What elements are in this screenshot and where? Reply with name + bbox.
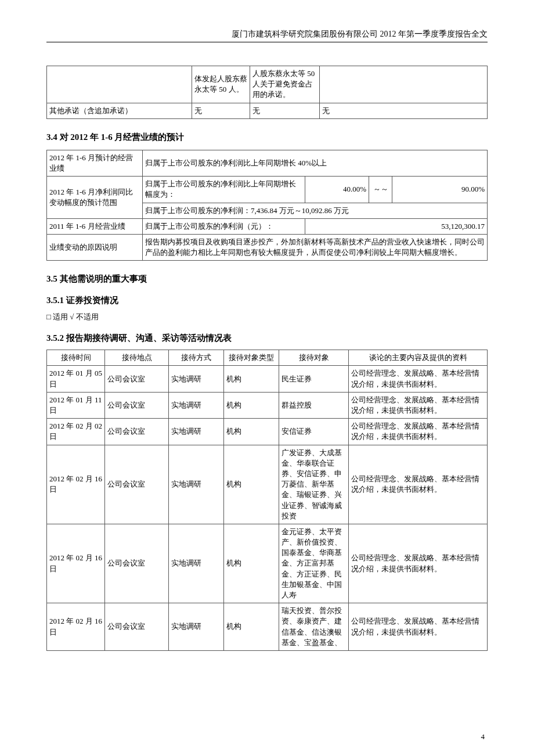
cell: 民生证券 <box>279 366 349 392</box>
page-number: 4 <box>481 732 485 741</box>
table-header-row: 接待时间 接待地点 接待方式 接待对象类型 接待对象 谈论的主要内容及提供的资料 <box>47 350 488 366</box>
cell: 实地调研 <box>169 445 224 524</box>
section-3-5-2-heading: 3.5.2 报告期接待调研、沟通、采访等活动情况表 <box>46 333 488 344</box>
cell: 公司经营理念、发展战略、基本经营情况介绍，未提供书面材料。 <box>349 603 488 651</box>
commitments-table: 体发起人股东蔡永太等 50 人。 人股东蔡永太等 50 人关于避免资金占用的承诺… <box>46 66 488 119</box>
cell: 广发证券、大成基金、华泰联合证券、安信证券、申万菱信、新华基金、瑞银证券、兴业证… <box>279 445 349 524</box>
col-header: 谈论的主要内容及提供的资料 <box>349 350 488 366</box>
cell: 机构 <box>224 392 279 418</box>
cell: 2012 年 1-6 月预计的经营业绩 <box>47 150 143 176</box>
cell: 无 <box>320 103 488 118</box>
col-header: 接待对象类型 <box>224 350 279 366</box>
cell: 公司会议室 <box>105 366 169 392</box>
cell: 公司会议室 <box>105 445 169 524</box>
table-row: 2012 年 01 月 05日 公司会议室 实地调研 机构 民生证券 公司经营理… <box>47 366 488 392</box>
table-row: 2012 年 02 月 16日 公司会议室 实地调研 机构 瑞天投资、普尔投资、… <box>47 603 488 651</box>
cell: 公司经营理念、发展战略、基本经营情况介绍，未提供书面材料。 <box>349 419 488 445</box>
cell: 机构 <box>224 419 279 445</box>
col-header: 接待对象 <box>279 350 349 366</box>
col-header: 接待方式 <box>169 350 224 366</box>
cell: 公司经营理念、发展战略、基本经营情况介绍，未提供书面材料。 <box>349 392 488 418</box>
cell: 群益控股 <box>279 392 349 418</box>
cell: 实地调研 <box>169 419 224 445</box>
table-row: 2012 年 02 月 16日 公司会议室 实地调研 机构 金元证券、太平资产、… <box>47 524 488 603</box>
section-3-5-heading: 3.5 其他需说明的重大事项 <box>46 273 488 285</box>
cell: 2012 年 02 月 16日 <box>47 445 105 524</box>
col-header: 接待时间 <box>47 350 105 366</box>
cell: 实地调研 <box>169 392 224 418</box>
cell: 53,120,300.17 <box>305 218 488 234</box>
cell: 其他承诺（含追加承诺） <box>47 103 192 118</box>
cell: 安信证券 <box>279 419 349 445</box>
cell: 实地调研 <box>169 366 224 392</box>
cell: 金元证券、太平资产、新价值投资、国泰基金、华商基金、方正富邦基金、方正证券、民生… <box>279 524 349 603</box>
cell: 实地调研 <box>169 603 224 651</box>
cell: 90.00% <box>392 177 488 203</box>
cell: 公司会议室 <box>105 419 169 445</box>
cell: 公司经营理念、发展战略、基本经营情况介绍，未提供书面材料。 <box>349 445 488 524</box>
table-row: 2012 年 02 月 16日 公司会议室 实地调研 机构 广发证券、大成基金、… <box>47 445 488 524</box>
cell: 2011 年 1-6 月经营业绩 <box>47 218 143 234</box>
cell: 2012 年 02 月 16日 <box>47 524 105 603</box>
cell: 归属于上市公司股东的净利润比上年同期增长 40%以上 <box>143 150 488 176</box>
page-header: 厦门市建筑科学研究院集团股份有限公司 2012 年第一季度季度报告全文 <box>46 29 488 42</box>
reception-table: 接待时间 接待地点 接待方式 接待对象类型 接待对象 谈论的主要内容及提供的资料… <box>46 350 488 651</box>
section-3-5-1-heading: 3.5.1 证券投资情况 <box>46 295 488 306</box>
cell: 体发起人股东蔡永太等 50 人。 <box>192 66 250 103</box>
cell: 无 <box>192 103 250 118</box>
cell: 2012 年 1-6 月净利润同比变动幅度的预计范围 <box>47 177 143 219</box>
cell <box>47 66 192 103</box>
col-header: 接待地点 <box>105 350 169 366</box>
cell: 40.00% <box>305 177 369 203</box>
cell: ～～ <box>369 177 392 203</box>
cell: 无 <box>250 103 320 118</box>
cell: 2012 年 01 月 11日 <box>47 392 105 418</box>
cell: 2012 年 01 月 05日 <box>47 366 105 392</box>
cell: 公司会议室 <box>105 603 169 651</box>
cell: 归属于上市公司股东的净利润：7,436.84 万元～10,092.86 万元 <box>143 203 488 218</box>
cell: 实地调研 <box>169 524 224 603</box>
cell: 公司经营理念、发展战略、基本经营情况介绍，未提供书面材料。 <box>349 524 488 603</box>
cell: 归属于上市公司股东的净利润比上年同期增长幅度为： <box>143 177 305 203</box>
cell: 人股东蔡永太等 50 人关于避免资金占用的承诺。 <box>250 66 320 103</box>
cell: 公司会议室 <box>105 392 169 418</box>
table-row: 2012 年 01 月 11日 公司会议室 实地调研 机构 群益控股 公司经营理… <box>47 392 488 418</box>
cell: 机构 <box>224 445 279 524</box>
cell: 机构 <box>224 366 279 392</box>
cell: 业绩变动的原因说明 <box>47 234 143 260</box>
cell <box>320 66 488 103</box>
applicability-note: □ 适用 √ 不适用 <box>46 312 488 322</box>
section-3-4-heading: 3.4 对 2012 年 1-6 月经营业绩的预计 <box>46 132 488 143</box>
cell: 机构 <box>224 603 279 651</box>
cell: 公司会议室 <box>105 524 169 603</box>
cell: 公司经营理念、发展战略、基本经营情况介绍，未提供书面材料。 <box>349 366 488 392</box>
cell: 2012 年 02 月 02日 <box>47 419 105 445</box>
forecast-table: 2012 年 1-6 月预计的经营业绩 归属于上市公司股东的净利润比上年同期增长… <box>46 150 488 261</box>
cell: 2012 年 02 月 16日 <box>47 603 105 651</box>
cell: 瑞天投资、普尔投资、泰康资产、建信基金、信达澳银基金、宝盈基金、 <box>279 603 349 651</box>
table-row: 2012 年 02 月 02日 公司会议室 实地调研 机构 安信证券 公司经营理… <box>47 419 488 445</box>
cell: 机构 <box>224 524 279 603</box>
cell: 归属于上市公司股东的净利润（元）： <box>143 218 305 234</box>
cell: 报告期内募投项目及收购项目逐步投产，外加剂新材料等高新技术产品的营业收入快速增长… <box>143 234 488 260</box>
